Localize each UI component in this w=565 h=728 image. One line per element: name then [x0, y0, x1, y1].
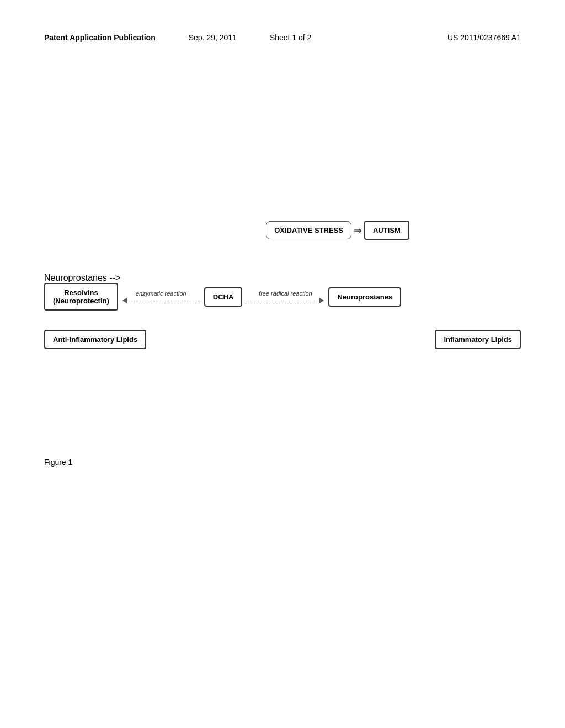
left-arrowhead [122, 298, 127, 303]
resolvins-group: Resolvins (Neuroprotectin) [44, 283, 118, 311]
sheet-label: Sheet 1 of 2 [270, 33, 312, 42]
figure-label: Figure 1 [44, 458, 72, 467]
anti-inflammatory-box: Anti-inflammatory Lipids [44, 330, 146, 349]
middle-row: Resolvins (Neuroprotectin) enzymatic rea… [44, 283, 521, 311]
enzymatic-arrow [122, 298, 200, 303]
oxidative-stress-box: OXIDATIVE STRESS [266, 221, 351, 239]
page: Patent Application Publication Sep. 29, … [0, 0, 565, 728]
autism-box: AUTISM [364, 221, 409, 240]
enzymatic-arrow-group: enzymatic reaction [122, 290, 200, 303]
publication-label: Patent Application Publication [44, 33, 156, 42]
free-radical-arrow [247, 298, 324, 303]
header: Patent Application Publication Sep. 29, … [0, 33, 565, 42]
bottom-row: Anti-inflammatory Lipids Inflammatory Li… [44, 330, 521, 349]
free-radical-arrow-group: free radical reaction [247, 290, 324, 303]
free-radical-label: free radical reaction [259, 290, 312, 297]
dashed-line-right [247, 301, 318, 301]
date-label: Sep. 29, 2011 [189, 33, 237, 42]
right-arrowhead [319, 298, 324, 303]
resolvins-box: Resolvins (Neuroprotectin) [44, 283, 118, 311]
neuroprostanes-box: Neuroprostanes [328, 287, 401, 307]
dcha-box: DCHA [204, 287, 243, 307]
inflammatory-box: Inflammatory Lipids [435, 330, 521, 349]
diagram-area: OXIDATIVE STRESS ⇒ AUTISM Neuroprostanes… [44, 221, 521, 349]
enzymatic-label: enzymatic reaction [136, 290, 186, 297]
top-row: OXIDATIVE STRESS ⇒ AUTISM [154, 221, 521, 240]
patent-label: US 2011/0237669 A1 [447, 33, 521, 42]
dashed-line-left [128, 301, 200, 301]
double-arrow-icon: ⇒ [354, 224, 362, 237]
